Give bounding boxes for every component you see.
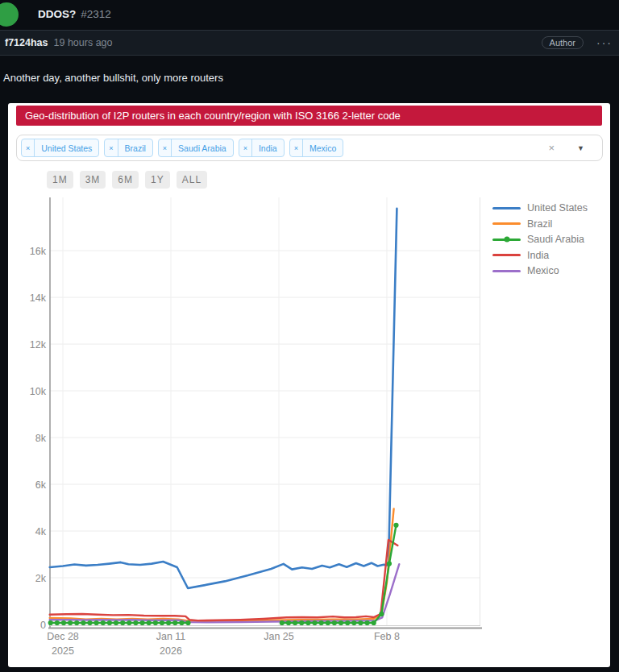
series-marker-saudi-arabia bbox=[299, 620, 304, 625]
legend-item-mexico[interactable]: Mexico bbox=[492, 264, 588, 277]
series-marker-saudi-arabia bbox=[55, 620, 60, 625]
legend-swatch bbox=[492, 222, 521, 225]
y-tick-label: 16k bbox=[30, 246, 47, 257]
legend-item-india[interactable]: India bbox=[492, 249, 588, 262]
series-marker-saudi-arabia bbox=[140, 620, 145, 625]
range-button-6m[interactable]: 6M bbox=[112, 171, 139, 189]
series-marker-saudi-arabia bbox=[293, 620, 297, 625]
series-marker-saudi-arabia bbox=[393, 523, 398, 528]
comment-author[interactable]: f7124has bbox=[5, 37, 48, 48]
chip-remove-icon[interactable]: × bbox=[159, 139, 172, 156]
series-marker-saudi-arabia bbox=[351, 620, 356, 625]
country-multiselect[interactable]: × United States × Brazil × Saudi Arabia … bbox=[16, 135, 603, 161]
series-marker-saudi-arabia bbox=[94, 620, 99, 625]
range-button-all[interactable]: ALL bbox=[177, 171, 207, 189]
series-line-india bbox=[50, 540, 398, 620]
series-marker-saudi-arabia bbox=[74, 620, 79, 625]
series-marker-saudi-arabia bbox=[101, 620, 106, 625]
series-marker-saudi-arabia bbox=[185, 620, 190, 625]
series-marker-saudi-arabia bbox=[305, 620, 310, 625]
avatar bbox=[0, 2, 19, 27]
time-range-buttons: 1M 3M 6M 1Y ALL bbox=[47, 171, 207, 189]
x-tick-label: Jan 25 bbox=[264, 631, 294, 642]
range-button-1m[interactable]: 1M bbox=[47, 171, 73, 189]
series-marker-saudi-arabia bbox=[345, 620, 350, 625]
chip-remove-icon[interactable]: × bbox=[22, 139, 35, 156]
chip-remove-icon[interactable]: × bbox=[105, 139, 118, 156]
chip-label: India bbox=[252, 143, 284, 153]
select-clear-icon[interactable]: × bbox=[543, 141, 559, 155]
series-line-mexico bbox=[50, 564, 400, 622]
legend-label: United States bbox=[527, 202, 588, 214]
series-marker-saudi-arabia bbox=[81, 620, 85, 625]
chip-remove-icon[interactable]: × bbox=[290, 139, 303, 156]
series-marker-saudi-arabia bbox=[147, 620, 152, 625]
series-marker-saudi-arabia bbox=[319, 620, 324, 625]
series-marker-saudi-arabia bbox=[160, 620, 164, 625]
y-tick-label: 10k bbox=[30, 386, 47, 397]
y-tick-label: 4k bbox=[35, 526, 47, 537]
series-marker-saudi-arabia bbox=[358, 620, 363, 625]
series-marker-saudi-arabia bbox=[133, 620, 138, 625]
filter-chip-mexico: × Mexico bbox=[289, 139, 344, 157]
filter-chip-saudi-arabia: × Saudi Arabia bbox=[158, 139, 234, 157]
series-marker-saudi-arabia bbox=[48, 620, 53, 625]
issue-title-text: DDOS? bbox=[38, 8, 76, 20]
series-marker-saudi-arabia bbox=[107, 620, 112, 625]
x-tick-sublabel: 2025 bbox=[52, 645, 74, 657]
series-marker-saudi-arabia bbox=[332, 620, 337, 625]
legend-label: India bbox=[527, 250, 549, 261]
series-marker-saudi-arabia bbox=[120, 620, 125, 625]
legend-swatch bbox=[492, 254, 521, 256]
range-button-3m[interactable]: 3M bbox=[80, 171, 106, 189]
series-marker-saudi-arabia bbox=[312, 620, 317, 625]
series-marker-saudi-arabia bbox=[166, 620, 171, 625]
legend-item-united-states[interactable]: United States bbox=[492, 201, 588, 214]
legend-item-saudi-arabia[interactable]: Saudi Arabia bbox=[492, 233, 588, 246]
filter-chip-india: × India bbox=[239, 139, 285, 157]
series-marker-saudi-arabia bbox=[87, 620, 92, 625]
y-tick-label: 8k bbox=[35, 433, 47, 444]
issue-title-row: DDOS?#2312 bbox=[0, 0, 619, 30]
series-marker-saudi-arabia bbox=[68, 620, 73, 625]
kebab-menu-icon[interactable]: ··· bbox=[592, 35, 617, 50]
github-issue-page: DDOS?#2312 f7124has 19 hours ago Author … bbox=[0, 0, 619, 672]
series-marker-saudi-arabia bbox=[379, 612, 384, 616]
x-tick-label: Dec 28 bbox=[47, 631, 79, 642]
series-marker-saudi-arabia bbox=[172, 620, 177, 625]
legend-label: Mexico bbox=[527, 265, 559, 276]
chip-label: Brazil bbox=[118, 143, 152, 153]
legend-item-brazil[interactable]: Brazil bbox=[492, 218, 588, 230]
legend-swatch bbox=[492, 270, 521, 272]
chart-card: Geo-distribution of I2P routers in each … bbox=[8, 103, 610, 667]
x-tick-label: Feb 8 bbox=[374, 631, 400, 642]
y-tick-label: 6k bbox=[35, 479, 47, 491]
filter-chip-united-states: × United States bbox=[21, 139, 99, 157]
chart-card-title: Geo-distribution of I2P routers in each … bbox=[16, 106, 602, 126]
comment-body: Another day, another bullshit, only more… bbox=[3, 72, 223, 84]
legend-marker-dot bbox=[504, 237, 509, 243]
chip-label: United States bbox=[35, 143, 98, 153]
series-line-saudi-arabia bbox=[282, 525, 397, 623]
author-badge: Author bbox=[542, 36, 584, 49]
series-marker-saudi-arabia bbox=[286, 620, 291, 625]
series-marker-saudi-arabia bbox=[179, 620, 184, 625]
filter-chip-brazil: × Brazil bbox=[104, 139, 153, 157]
chevron-down-icon[interactable]: ▼ bbox=[572, 143, 589, 153]
legend-swatch bbox=[492, 207, 521, 209]
series-marker-saudi-arabia bbox=[280, 620, 285, 625]
legend-label: Brazil bbox=[527, 218, 552, 230]
range-button-1y[interactable]: 1Y bbox=[145, 171, 170, 189]
legend-swatch bbox=[492, 239, 521, 241]
chart-legend: United States Brazil Saudi Arabia India … bbox=[492, 201, 588, 277]
y-tick-label: 14k bbox=[30, 292, 47, 304]
comment-header: f7124has 19 hours ago Author ··· bbox=[0, 30, 619, 56]
page-title: DDOS?#2312 bbox=[38, 8, 111, 20]
series-marker-saudi-arabia bbox=[372, 620, 376, 625]
legend-label: Saudi Arabia bbox=[527, 234, 584, 245]
series-marker-saudi-arabia bbox=[326, 620, 330, 625]
series-marker-saudi-arabia bbox=[365, 620, 370, 625]
chip-remove-icon[interactable]: × bbox=[239, 139, 252, 156]
x-tick-label: Jan 11 bbox=[156, 631, 186, 642]
chip-label: Saudi Arabia bbox=[172, 143, 233, 153]
